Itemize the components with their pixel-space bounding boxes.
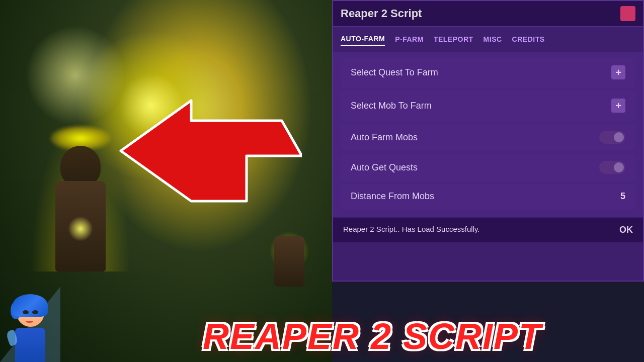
main-character xyxy=(40,131,131,272)
auto-farm-mobs-label: Auto Farm Mobs xyxy=(351,132,418,143)
anime-head xyxy=(17,299,44,327)
auto-farm-mobs-toggle[interactable] xyxy=(599,131,625,144)
bottom-title-text: REAPER 2 SCRIPT xyxy=(101,316,644,357)
character-head xyxy=(60,146,101,186)
tab-credits[interactable]: CREDITS xyxy=(512,33,545,45)
close-button[interactable] xyxy=(620,6,635,21)
status-message: Reaper 2 Script.. Has Load Successfully. xyxy=(343,225,480,233)
auto-get-quests-toggle[interactable] xyxy=(599,161,625,174)
distance-value: 5 xyxy=(620,191,625,202)
anime-body xyxy=(15,328,45,362)
status-bar: Reaper 2 Script.. Has Load Successfully.… xyxy=(333,218,643,242)
auto-get-quests-row: Auto Get Quests xyxy=(341,154,635,181)
panel-header: Reaper 2 Script xyxy=(333,1,643,27)
tab-teleport[interactable]: TELEPORT xyxy=(434,33,473,45)
select-quest-plus-button[interactable]: + xyxy=(611,65,625,79)
bg-glow-2 xyxy=(25,25,126,126)
character-chest-glow xyxy=(68,216,93,241)
nav-tabs: AUTO-FARM P-FARM TELEPORT MISC CREDITS xyxy=(333,27,643,52)
select-mob-plus-button[interactable]: + xyxy=(611,99,625,113)
distance-from-mobs-row: Distance From Mobs 5 xyxy=(341,184,635,209)
select-quest-label: Select Quest To Farm xyxy=(351,67,438,78)
select-mob-row[interactable]: Select Mob To Farm + xyxy=(341,90,635,121)
panel-content: Select Quest To Farm + Select Mob To Far… xyxy=(333,52,643,217)
anime-hair xyxy=(13,294,48,317)
tab-auto-farm[interactable]: AUTO-FARM xyxy=(341,33,385,46)
secondary-character xyxy=(267,211,317,287)
panel-title: Reaper 2 Script xyxy=(341,7,422,20)
game-background xyxy=(0,0,332,362)
select-quest-row[interactable]: Select Quest To Farm + xyxy=(341,57,635,87)
auto-farm-mobs-row: Auto Farm Mobs xyxy=(341,124,635,151)
distance-from-mobs-label: Distance From Mobs xyxy=(351,191,434,202)
character2-body xyxy=(274,236,304,287)
script-panel: Reaper 2 Script AUTO-FARM P-FARM TELEPOR… xyxy=(332,0,644,282)
tab-misc[interactable]: MISC xyxy=(484,33,502,45)
tab-p-farm[interactable]: P-FARM xyxy=(395,33,424,45)
ok-button[interactable]: OK xyxy=(619,225,633,235)
auto-get-quests-label: Auto Get Quests xyxy=(351,162,418,173)
anime-character xyxy=(8,299,53,354)
select-mob-label: Select Mob To Farm xyxy=(351,101,432,111)
